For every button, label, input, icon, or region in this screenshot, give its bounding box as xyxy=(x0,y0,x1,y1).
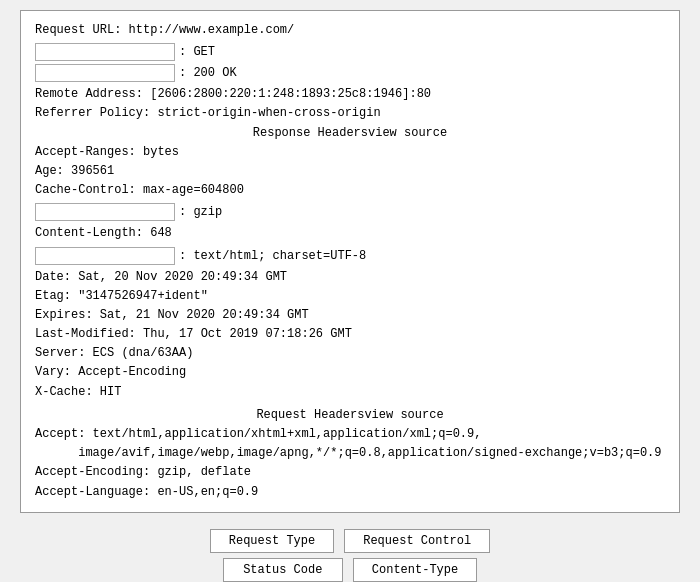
remote-address-line: Remote Address: [2606:2800:220:1:248:189… xyxy=(35,85,665,104)
accept-ranges-line: Accept-Ranges: bytes xyxy=(35,143,665,162)
referrer-policy-line: Referrer Policy: strict-origin-when-cros… xyxy=(35,104,665,123)
date-line: Date: Sat, 20 Nov 2020 20:49:34 GMT xyxy=(35,268,665,287)
status-label: : 200 OK xyxy=(179,66,237,80)
age-line: Age: 396561 xyxy=(35,162,665,181)
request-url-line: Request URL: http://www.example.com/ xyxy=(35,21,665,40)
status-box[interactable] xyxy=(35,64,175,82)
request-control-button[interactable]: Request Control xyxy=(344,529,490,553)
status-code-button[interactable]: Status Code xyxy=(223,558,343,582)
buttons-area: Request Type Request Control Status Code… xyxy=(210,529,490,582)
server-line: Server: ECS (dna/63AA) xyxy=(35,344,665,363)
method-box[interactable] xyxy=(35,43,175,61)
request-headers-title: Request Headersview source xyxy=(35,406,665,425)
main-panel: Request URL: http://www.example.com/ : G… xyxy=(20,10,680,513)
btn-row-1: Request Type Request Control xyxy=(210,529,490,553)
etag-line: Etag: "3147526947+ident" xyxy=(35,287,665,306)
x-cache-line: X-Cache: HIT xyxy=(35,383,665,402)
btn-row-2: Status Code Content-Type xyxy=(223,558,477,582)
method-row: : GET xyxy=(35,43,665,61)
status-row: : 200 OK xyxy=(35,64,665,82)
expires-line: Expires: Sat, 21 Nov 2020 20:49:34 GMT xyxy=(35,306,665,325)
encoding-label: : gzip xyxy=(179,205,222,219)
accept-cont-line: image/avif,image/webp,image/apng,*/*;q=0… xyxy=(35,444,665,463)
response-headers-title: Response Headersview source xyxy=(35,124,665,143)
encoding-box[interactable] xyxy=(35,203,175,221)
content-length-line: Content-Length: 648 xyxy=(35,224,665,243)
method-label: : GET xyxy=(179,45,215,59)
cache-control-line: Cache-Control: max-age=604800 xyxy=(35,181,665,200)
content-type-row: : text/html; charset=UTF-8 xyxy=(35,247,665,265)
content-type-label: : text/html; charset=UTF-8 xyxy=(179,249,366,263)
content-type-button[interactable]: Content-Type xyxy=(353,558,477,582)
request-type-button[interactable]: Request Type xyxy=(210,529,334,553)
accept-language-line: Accept-Language: en-US,en;q=0.9 xyxy=(35,483,665,502)
content-type-box[interactable] xyxy=(35,247,175,265)
last-modified-line: Last-Modified: Thu, 17 Oct 2019 07:18:26… xyxy=(35,325,665,344)
encoding-row: : gzip xyxy=(35,203,665,221)
vary-line: Vary: Accept-Encoding xyxy=(35,363,665,382)
accept-encoding-line: Accept-Encoding: gzip, deflate xyxy=(35,463,665,482)
accept-line: Accept: text/html,application/xhtml+xml,… xyxy=(35,425,665,444)
